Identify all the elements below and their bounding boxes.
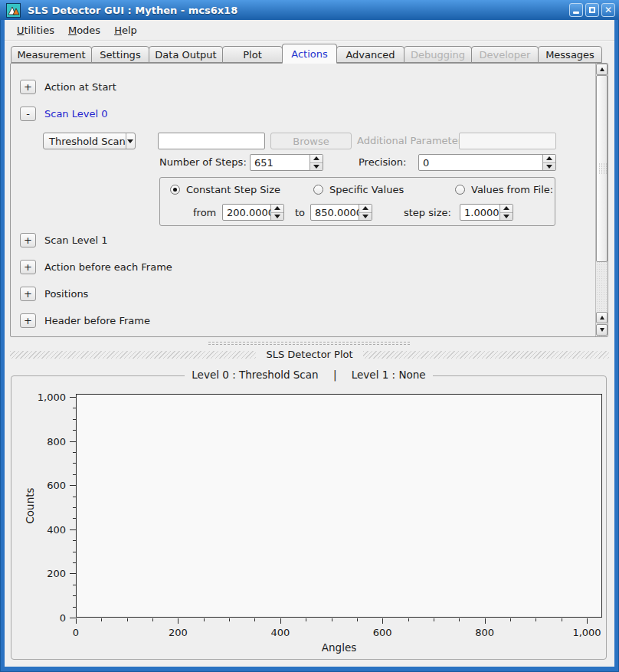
expand-button-positions[interactable]: + xyxy=(20,287,36,301)
precision-label: Precision: xyxy=(359,156,406,168)
number-of-steps-spinbox[interactable]: 651 xyxy=(250,154,323,171)
window-body: Utilities Modes Help Measurement Setting… xyxy=(5,20,614,667)
collapse-button-scan-level-0[interactable]: - xyxy=(20,107,36,121)
y-major-tick xyxy=(70,618,76,618)
y-tick-label: 400 xyxy=(47,523,66,535)
x-major-tick xyxy=(485,618,486,624)
y-major-tick xyxy=(70,441,76,442)
expand-button-action-before-each-frame[interactable]: + xyxy=(20,260,36,274)
maximize-button[interactable] xyxy=(585,3,599,17)
menu-item-modes[interactable]: Modes xyxy=(61,21,107,39)
x-minor-tick xyxy=(204,618,205,621)
menu-item-utilities[interactable]: Utilities xyxy=(10,21,61,39)
app-icon[interactable] xyxy=(6,3,21,18)
plot-canvas[interactable] xyxy=(76,394,602,618)
grip-dots-icon xyxy=(598,163,607,175)
vertical-scrollbar[interactable] xyxy=(595,64,608,336)
tab-actions[interactable]: Actions xyxy=(282,44,337,64)
close-button[interactable] xyxy=(601,3,615,17)
triangle-up-icon xyxy=(274,206,280,210)
x-major-tick xyxy=(382,618,383,624)
y-tick-label: 200 xyxy=(47,568,66,579)
spin-up-button[interactable] xyxy=(500,205,513,213)
spin-up-button[interactable] xyxy=(359,205,372,213)
x-axis-label: Angles xyxy=(76,641,602,654)
tab-data-output[interactable]: Data Output xyxy=(149,46,223,63)
to-value: 850.0000 xyxy=(311,205,359,220)
tab-settings[interactable]: Settings xyxy=(91,46,149,63)
x-minor-tick xyxy=(510,618,511,621)
scroll-down-button[interactable] xyxy=(596,324,608,336)
triangle-up-icon xyxy=(546,156,552,160)
spin-buttons xyxy=(270,205,283,220)
spin-down-button[interactable] xyxy=(271,213,283,221)
to-spinbox[interactable]: 850.0000 xyxy=(310,204,372,221)
step-size-spinbox[interactable]: 1.0000 xyxy=(460,204,513,221)
from-label: from xyxy=(193,207,216,218)
radio-values-from-file[interactable]: Values from File: xyxy=(455,184,553,195)
section-label-action-before-each-frame: Action before each Frame xyxy=(44,261,172,273)
spin-buttons xyxy=(310,155,323,170)
tab-measurement[interactable]: Measurement xyxy=(11,46,92,63)
additional-parameter-label: Additional Parameter: xyxy=(357,135,465,146)
x-minor-tick xyxy=(229,618,230,621)
radio-unselected-icon xyxy=(313,185,323,195)
radio-constant-step-size[interactable]: Constant Step Size xyxy=(170,184,280,195)
to-label: to xyxy=(295,207,305,218)
spin-down-button[interactable] xyxy=(310,163,323,171)
radio-specific-values[interactable]: Specific Values xyxy=(313,184,404,195)
y-tick-label: 0 xyxy=(60,612,66,624)
x-tick-label: 200 xyxy=(169,627,188,638)
section-label-positions: Positions xyxy=(44,288,88,300)
spin-down-button[interactable] xyxy=(500,213,513,221)
spin-up-button[interactable] xyxy=(543,155,555,163)
precision-spinbox[interactable]: 0 xyxy=(418,154,556,171)
from-spinbox[interactable]: 200.0000 xyxy=(222,204,284,221)
triangle-down-icon xyxy=(503,215,509,218)
step-size-value: 1.0000 xyxy=(460,205,499,220)
radio-label: Specific Values xyxy=(329,184,404,195)
section-label-header-before-frame: Header before Frame xyxy=(44,315,150,326)
radio-selected-icon xyxy=(170,185,180,195)
y-major-tick xyxy=(70,485,76,486)
plot-dock-titlebar[interactable]: SLS Detector Plot xyxy=(10,348,609,361)
tab-messages[interactable]: Messages xyxy=(538,46,602,63)
scan-mode-dropdown-button[interactable] xyxy=(126,133,135,149)
x-tick-label: 0 xyxy=(73,627,79,638)
scroll-up-button-bottom[interactable] xyxy=(596,312,608,323)
radio-unselected-icon xyxy=(455,185,465,195)
from-value: 200.0000 xyxy=(223,205,270,220)
scan-mode-select[interactable]: Threshold Scan xyxy=(43,133,136,149)
chevron-down-icon xyxy=(127,139,133,143)
step-mode-groupbox: Constant Step Size Specific Values Value… xyxy=(159,177,555,226)
tab-plot[interactable]: Plot xyxy=(222,46,283,63)
y-tick-label: 800 xyxy=(47,435,66,447)
spin-up-button[interactable] xyxy=(310,155,323,163)
plot-groupbox: Level 0 : Threshold Scan | Level 1 : Non… xyxy=(11,375,607,660)
x-major-tick xyxy=(587,618,588,624)
scroll-thumb[interactable] xyxy=(596,75,608,262)
triangle-down-icon xyxy=(600,328,604,332)
spin-up-button[interactable] xyxy=(271,205,283,213)
number-of-steps-value: 651 xyxy=(251,155,310,170)
triangle-down-icon xyxy=(362,215,368,218)
spin-down-button[interactable] xyxy=(543,163,555,171)
scroll-up-button[interactable] xyxy=(596,64,608,75)
tab-bar: Measurement Settings Data Output Plot Ac… xyxy=(11,44,601,63)
triangle-up-icon xyxy=(600,67,604,71)
x-tick-label: 400 xyxy=(270,627,290,638)
tab-advanced[interactable]: Advanced xyxy=(336,46,404,63)
expand-button-action-at-start[interactable]: + xyxy=(20,80,36,94)
plot-title: Level 0 : Threshold Scan | Level 1 : Non… xyxy=(11,369,606,381)
x-minor-tick xyxy=(152,618,153,621)
spin-down-button[interactable] xyxy=(359,213,372,221)
expand-button-header-before-frame[interactable]: + xyxy=(20,313,36,328)
triangle-down-icon xyxy=(274,215,280,218)
expand-button-scan-level-1[interactable]: + xyxy=(20,233,36,247)
section-label-scan-level-1: Scan Level 1 xyxy=(44,234,107,246)
menu-item-help[interactable]: Help xyxy=(107,21,144,39)
spin-buttons xyxy=(542,155,555,170)
minimize-button[interactable] xyxy=(569,3,583,17)
script-path-input[interactable] xyxy=(158,133,265,149)
splitter-handle[interactable] xyxy=(5,340,614,346)
